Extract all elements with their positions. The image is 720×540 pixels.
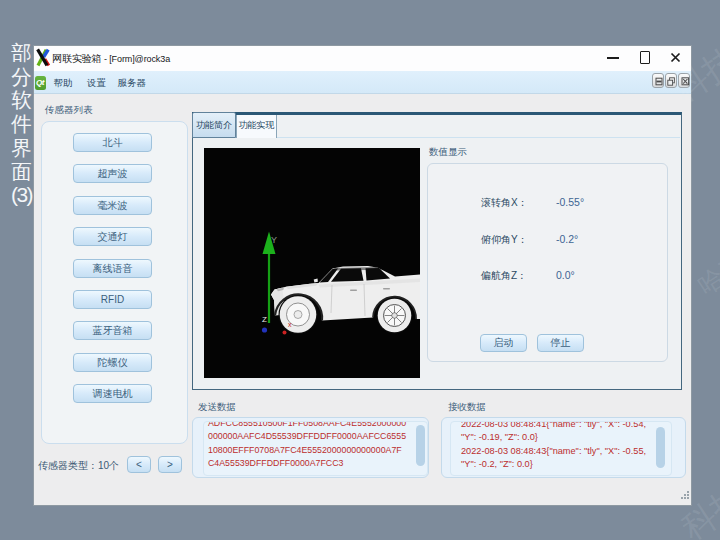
svg-text:Y: Y (271, 235, 277, 245)
svg-text:Z: Z (262, 315, 267, 324)
svg-text:x: x (288, 321, 292, 328)
